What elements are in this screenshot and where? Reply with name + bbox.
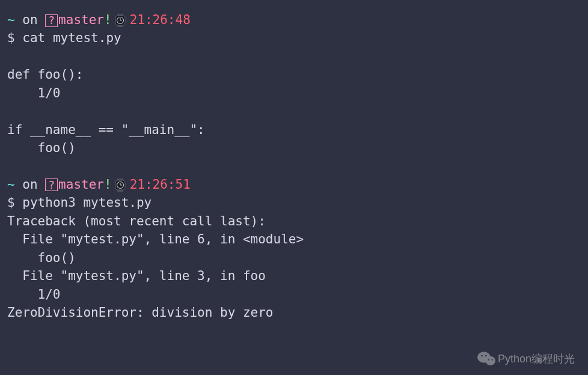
traceback-line: foo() xyxy=(7,249,581,267)
watermark: Python编程时光 xyxy=(477,351,575,367)
file-content-line: foo() xyxy=(7,139,581,157)
watch-icon xyxy=(114,178,126,192)
prompt-dollar: $ xyxy=(7,195,15,210)
command-line-1: $ cat mytest.py xyxy=(7,29,581,47)
branch-dirty: ! xyxy=(104,177,112,192)
prompt-on: on xyxy=(22,177,37,192)
file-content-line: if __name__ == "__main__": xyxy=(7,121,581,139)
traceback-line: Traceback (most recent call last): xyxy=(7,212,581,230)
command-line-2: $ python3 mytest.py xyxy=(7,194,581,212)
traceback-line: File "mytest.py", line 3, in foo xyxy=(7,267,581,285)
terminal-output: ~ on ?master!21:26:48 $ cat mytest.py de… xyxy=(7,11,581,322)
branch-name: master xyxy=(58,13,104,27)
traceback-line: 1/0 xyxy=(7,285,581,303)
command-text: cat mytest.py xyxy=(22,31,121,45)
prompt-time: 21:26:48 xyxy=(130,13,191,27)
svg-point-14 xyxy=(481,355,483,357)
blank-line xyxy=(7,157,581,175)
file-content-line: def foo(): xyxy=(7,66,581,84)
watermark-text: Python编程时光 xyxy=(498,351,575,367)
prompt-dollar: $ xyxy=(7,31,15,45)
prompt-time: 21:26:51 xyxy=(130,177,191,192)
traceback-line: ZeroDivisionError: division by zero xyxy=(7,303,581,322)
prompt-line-1: ~ on ?master!21:26:48 xyxy=(7,11,581,29)
file-content-line: 1/0 xyxy=(7,84,581,102)
prompt-tilde: ~ xyxy=(7,13,15,27)
svg-point-16 xyxy=(488,359,489,361)
traceback-line: File "mytest.py", line 6, in <module> xyxy=(7,230,581,248)
svg-point-17 xyxy=(491,359,492,361)
prompt-tilde: ~ xyxy=(7,177,15,192)
prompt-line-2: ~ on ?master!21:26:51 xyxy=(7,175,581,194)
branch-indicator-icon: ? xyxy=(45,178,58,191)
command-text: python3 mytest.py xyxy=(22,195,152,210)
branch-dirty: ! xyxy=(104,13,112,27)
prompt-on: on xyxy=(22,13,37,27)
blank-line xyxy=(7,47,581,66)
watch-icon xyxy=(114,14,126,27)
branch-indicator-icon: ? xyxy=(45,14,58,27)
wechat-icon xyxy=(477,351,495,367)
svg-point-13 xyxy=(485,356,495,365)
branch-name: master xyxy=(58,177,104,192)
svg-point-15 xyxy=(485,355,487,357)
blank-line xyxy=(7,102,581,120)
